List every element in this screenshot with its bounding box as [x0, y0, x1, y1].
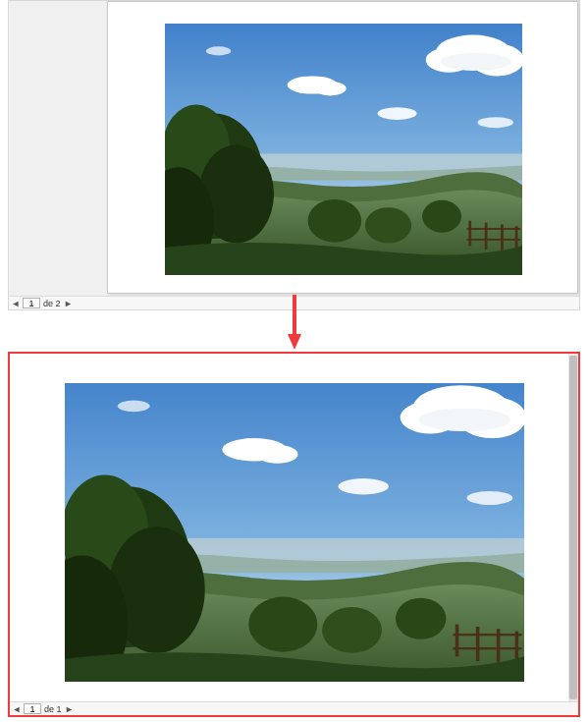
- landscape-photo: [165, 24, 522, 275]
- page-navigator: ◄ 1 de 1 ►: [10, 701, 578, 715]
- page-count-label: de 2: [42, 299, 62, 308]
- document-page: [107, 1, 578, 294]
- page-count-label: de 1: [43, 704, 63, 714]
- preview-panel-before: ◄ 1 de 2 ►: [8, 0, 580, 310]
- landscape-photo: [65, 383, 524, 682]
- page-number-input[interactable]: 1: [24, 703, 41, 714]
- next-page-button[interactable]: ►: [65, 703, 75, 715]
- document-page: ⇩: [10, 354, 578, 703]
- page-number-input[interactable]: 1: [23, 298, 40, 308]
- page-navigator: ◄ 1 de 2 ►: [9, 296, 579, 309]
- scrollbar-thumb[interactable]: [569, 356, 577, 699]
- next-page-button[interactable]: ►: [64, 298, 74, 309]
- prev-page-button[interactable]: ◄: [12, 703, 22, 715]
- preview-panel-after: ⇩ ◄ 1 de 1 ►: [8, 352, 580, 717]
- prev-page-button[interactable]: ◄: [11, 298, 21, 309]
- svg-marker-25: [288, 334, 301, 350]
- vertical-scrollbar[interactable]: ⇩: [568, 354, 578, 703]
